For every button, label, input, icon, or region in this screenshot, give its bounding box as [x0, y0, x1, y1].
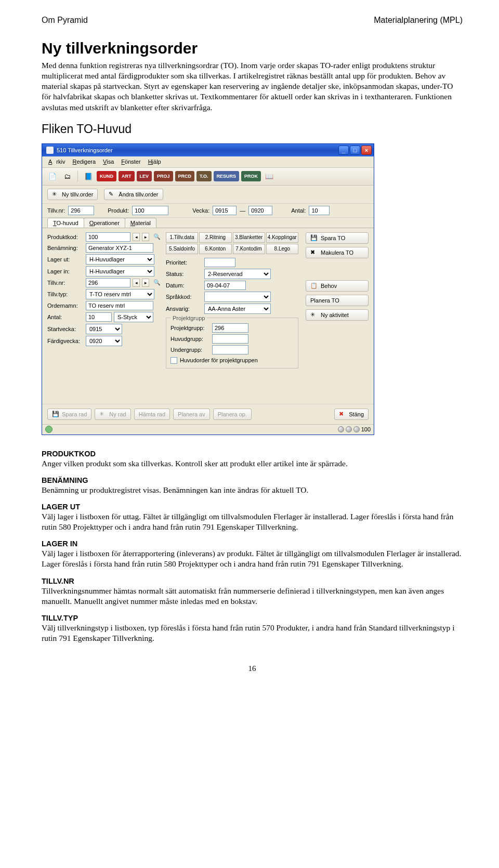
btn-konton[interactable]: 6.Konton — [199, 244, 231, 254]
prioritet-input[interactable] — [204, 258, 235, 267]
lagerut-label: Lager ut: — [47, 256, 84, 262]
status-ball-3 — [353, 426, 360, 432]
stang-button[interactable]: ✖Stäng — [334, 409, 369, 420]
sum-vecka-end — [248, 206, 272, 215]
antal-enhet-select[interactable]: S-Styck — [114, 312, 153, 322]
produktkod-input[interactable] — [86, 232, 130, 242]
toolbar-icon-1[interactable]: 📄 — [46, 170, 59, 182]
menubar: Arkiv Redigera Visa Fönster Hjälp — [42, 156, 374, 168]
toolbar-sep — [77, 170, 78, 182]
btn-kontodim[interactable]: 7.Kontodim — [233, 244, 265, 254]
next-icon[interactable]: ▸ — [142, 233, 149, 241]
ordernamn-input[interactable] — [86, 301, 153, 310]
pill-to[interactable]: T.O. — [196, 171, 212, 181]
antal-input[interactable] — [86, 312, 112, 322]
intro-paragraph: Med denna funktion registreras nya tillv… — [42, 60, 463, 113]
tillvtyp-select[interactable]: T-TO reserv mtrl — [86, 289, 154, 299]
app-icon — [46, 147, 54, 154]
pill-lev[interactable]: LEV — [137, 171, 152, 181]
close-icon: ✖ — [339, 411, 346, 418]
sec-tillvnr-body: Tillverkningsnummer hämtas normalt sätt … — [42, 586, 463, 607]
toolbar-icon-book[interactable]: 📖 — [263, 170, 275, 182]
menu-fonster[interactable]: Fönster — [119, 157, 142, 166]
search-icon[interactable]: 🔍 — [153, 233, 161, 240]
huvudorder-label: Huvudorder för projektgruppen — [180, 357, 258, 363]
huvudgrupp-input[interactable] — [212, 334, 248, 344]
planera-to-button[interactable]: Planera TO — [306, 295, 369, 306]
toolbar-icon-3[interactable]: 📘 — [82, 170, 95, 182]
hamta-rad-button: Hämta rad — [134, 409, 170, 420]
save-icon: 💾 — [52, 411, 59, 418]
menu-arkiv[interactable]: Arkiv — [46, 157, 67, 166]
btn-tillvdata[interactable]: 1.Tillv.data — [166, 232, 198, 243]
startvecka-select[interactable]: 0915 — [86, 324, 122, 334]
pill-art[interactable]: ART — [119, 171, 135, 181]
fardigvecka-label: Färdigvecka: — [47, 338, 84, 344]
tillvnr-label: Tillv.nr: — [47, 280, 84, 286]
btn-ritning[interactable]: 2.Ritning — [199, 232, 231, 243]
tab-tohuvud[interactable]: TO-huvud — [47, 218, 84, 228]
undergrupp-input[interactable] — [212, 345, 248, 354]
ansvarig-select[interactable]: AA-Anna Aster — [204, 304, 271, 314]
edit-icon: ✎ — [109, 191, 116, 198]
list-icon: 📋 — [310, 282, 318, 290]
sec-produktkod-body: Anger vilken produkt som ska tillverkas.… — [42, 458, 463, 469]
makulera-to-button[interactable]: ✖Makulera TO — [306, 247, 369, 258]
btn-saldoinfo[interactable]: 5.Saldoinfo — [166, 244, 198, 254]
pill-resurs[interactable]: RESURS — [214, 171, 240, 181]
tillvnr-input[interactable] — [86, 278, 130, 287]
sec-lagerut-head: LAGER UT — [42, 503, 463, 511]
pill-prok[interactable]: PROK — [241, 171, 261, 181]
pill-proj[interactable]: PROJ — [154, 171, 173, 181]
startvecka-label: Startvecka: — [47, 326, 84, 332]
search2-icon[interactable]: 🔍 — [153, 279, 161, 286]
dash: — — [240, 207, 245, 214]
tab-operationer[interactable]: Operationer — [84, 218, 125, 228]
behov-button[interactable]: 📋Behov — [306, 280, 369, 292]
lagerut-select[interactable]: H-Huvudlager — [86, 254, 154, 265]
ansvarig-label: Ansvarig: — [166, 306, 202, 312]
btn-lego[interactable]: 8.Lego — [266, 244, 298, 254]
status-label: Status: — [166, 271, 202, 277]
btn-kopplingar[interactable]: 4.Kopplingar — [266, 232, 298, 243]
new-icon: ✳ — [99, 411, 107, 418]
prev2-icon[interactable]: ◂ — [133, 279, 140, 287]
status-ball-1 — [338, 426, 344, 432]
huvudorder-checkbox[interactable] — [170, 357, 177, 364]
menu-redigera[interactable]: Redigera — [70, 157, 98, 166]
toolbar: 📄 🗂 📘 KUND ART LEV PROJ PRCD T.O. RESURS… — [42, 168, 374, 186]
btn-blanketter[interactable]: 3.Blanketter — [233, 232, 265, 243]
maximize-button[interactable]: □ — [350, 146, 360, 155]
new-order-button[interactable]: ✳Ny tillv.order — [47, 189, 98, 200]
close-button[interactable]: × — [361, 146, 372, 155]
sum-vecka-label: Vecka: — [192, 207, 209, 214]
zoom-pct: 100 — [361, 426, 371, 432]
spara-rad-button: 💾Spara rad — [47, 409, 91, 420]
next2-icon[interactable]: ▸ — [142, 279, 149, 287]
pill-kund[interactable]: KUND — [97, 171, 116, 181]
fardigvecka-select[interactable]: 0920 — [86, 336, 122, 346]
datum-input[interactable] — [204, 281, 246, 290]
sec-benamning-head: BENÄMNING — [42, 476, 463, 484]
lagerin-select[interactable]: H-Huvudlager — [86, 266, 154, 277]
tab-material[interactable]: Material — [125, 218, 156, 228]
sec-lagerut-body: Välj lager i listboxen för uttag. Fältet… — [42, 511, 463, 532]
status-select[interactable]: 2-Reserverad — [204, 269, 271, 279]
minimize-button[interactable]: _ — [338, 146, 349, 155]
edit-order-button[interactable]: ✎Ändra tillv.order — [104, 189, 163, 200]
benamning-input[interactable] — [86, 243, 153, 253]
ny-aktivitet-button[interactable]: ✳Ny aktivitet — [306, 309, 369, 321]
spara-to-button[interactable]: 💾Spara TO — [306, 232, 369, 244]
menu-hjalp[interactable]: Hjälp — [146, 157, 163, 166]
ny-rad-button: ✳Ny rad — [95, 409, 130, 420]
sum-tillvnr-input — [68, 206, 94, 215]
projektgrupp-input[interactable] — [212, 323, 248, 333]
pill-prcd[interactable]: PRCD — [175, 171, 195, 181]
prev-icon[interactable]: ◂ — [133, 233, 140, 241]
sprakkod-select[interactable] — [204, 292, 271, 302]
status-ball-2 — [346, 426, 352, 432]
sec-tillvtyp-body: Välj tillverkningstyp i listboxen, typ f… — [42, 623, 463, 643]
menu-visa[interactable]: Visa — [101, 157, 116, 166]
toolbar-icon-2[interactable]: 🗂 — [61, 170, 73, 182]
sum-produkt-label: Produkt: — [108, 207, 129, 214]
